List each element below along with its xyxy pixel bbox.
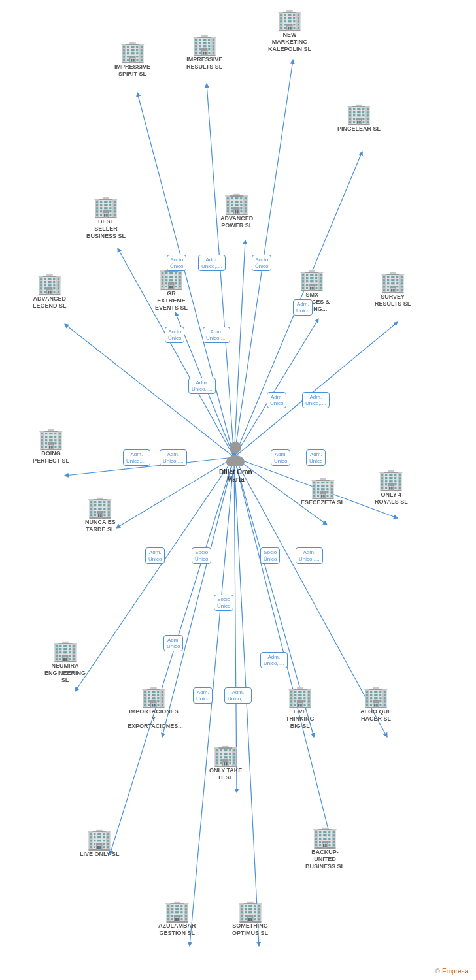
role-badge-socio-unico-lower3: SocioÚnico — [214, 595, 233, 611]
company-label: LIVETHINKINGBIG SL — [286, 708, 314, 729]
role-badge-socio-unico-1: SocioÚnico — [167, 255, 186, 271]
company-label: ONLY 4ROYALS SL — [375, 491, 408, 506]
node-algo-que-hacer: 🏢 ALGO QUEHACER SL — [360, 686, 392, 723]
node-only-take-it: 🏢 ONLY TAKEIT SL — [209, 745, 242, 781]
node-neumira: 🏢 NEUMIRAENGINEERINGSL — [44, 640, 86, 683]
node-importaciones: 🏢 IMPORTACIONESYEXPORTACIONES... — [128, 686, 180, 729]
node-esecezeta: 🏢 ESECEZETA SL — [301, 477, 345, 506]
node-great-extreme: 🏢 GREXTREMEEVENTS SL — [155, 268, 188, 311]
svg-line-18 — [234, 457, 237, 792]
role-badge-socio-unico-lower1: SocioÚnico — [192, 547, 211, 564]
role-badge-adm-unico-center1: Adm.Unico,.... — [123, 449, 150, 466]
company-label: GREXTREMEEVENTS SL — [155, 290, 188, 311]
center-person-node: Dillet GranMarta — [219, 440, 252, 483]
building-icon: 🏢 — [299, 269, 325, 290]
company-label: IMPRESSIVESPIRIT SL — [114, 63, 150, 78]
building-icon: 🏢 — [37, 273, 63, 294]
role-badge-adm-unico-lower5: Adm.Unico — [193, 687, 212, 704]
node-pincelear: 🏢 PINCELEAR SL — [337, 103, 381, 133]
building-icon: 🏢 — [310, 477, 336, 498]
building-icon: 🏢 — [380, 271, 406, 292]
node-doing-perfect: 🏢 DOINGPERFECT SL — [33, 428, 69, 465]
svg-point-24 — [226, 455, 245, 466]
role-badge-adm-unico-center4: Adm.Unico — [306, 449, 326, 466]
role-badge-socio-unico-lower2: SocioÚnico — [260, 547, 280, 564]
svg-line-5 — [234, 240, 245, 457]
node-something-optimus: 🏢 SOMETHINGOPTIMUS SL — [232, 900, 268, 937]
company-label: IMPORTACIONESYEXPORTACIONES... — [128, 708, 180, 729]
node-advanced-legend: 🏢 ADVANCEDLEGEND SL — [33, 273, 67, 310]
role-badge-adm-unico-center2: Adm.Unico,.... — [160, 449, 187, 466]
company-label: SURVEYRESULTS SL — [375, 293, 411, 308]
svg-line-19 — [110, 457, 234, 855]
node-impressive-results: 🏢 IMPRESSIVERESULTS SL — [186, 34, 222, 71]
role-badge-adm-unico-smx: Adm.Unico — [293, 299, 313, 316]
building-icon: 🏢 — [237, 900, 264, 921]
company-label: BESTSELLERBUSINESS SL — [86, 218, 126, 239]
building-icon: 🏢 — [212, 745, 239, 766]
node-live-thinking: 🏢 LIVETHINKINGBIG SL — [286, 686, 314, 729]
company-label: DOINGPERFECT SL — [33, 450, 69, 465]
role-badge-adm-unico-lower6: Adm.Unico,.... — [224, 687, 252, 704]
building-icon: 🏢 — [87, 497, 113, 517]
role-badge-adm-unico-lower1: Adm.Unico — [145, 547, 165, 564]
role-badge-adm-unico-1: Adm.Unico,.... — [198, 255, 226, 271]
building-icon: 🏢 — [224, 193, 250, 214]
svg-line-14 — [75, 457, 234, 691]
building-icon: 🏢 — [120, 41, 146, 62]
building-icon: 🏢 — [38, 428, 64, 449]
copyright-brand: Empresa — [442, 968, 468, 975]
company-label: ONLY TAKEIT SL — [209, 767, 242, 781]
role-badge-adm-unico-mid2: Adm.Unico — [267, 392, 286, 408]
node-survey-results: 🏢 SURVEYRESULTS SL — [375, 271, 411, 308]
company-label: ESECEZETA SL — [301, 499, 345, 506]
svg-point-23 — [230, 442, 241, 453]
building-icon: 🏢 — [52, 640, 78, 661]
building-icon: 🏢 — [277, 9, 303, 30]
node-best-seller: 🏢 BESTSELLERBUSINESS SL — [86, 196, 126, 239]
node-new-marketing: 🏢 NEWMARKETINGKALEPOLIN SL — [268, 9, 311, 52]
svg-line-11 — [116, 457, 234, 528]
node-backup-united: 🏢 BACKUP-UNITEDBUSINESS SL — [305, 826, 345, 870]
node-impressive-spirit: 🏢 IMPRESSIVESPIRIT SL — [114, 41, 150, 78]
svg-line-7 — [234, 319, 318, 457]
role-badge-adm-unico-center3: Adm.Unico — [271, 449, 290, 466]
building-icon: 🏢 — [164, 900, 190, 921]
building-icon-orange: 🏢 — [312, 826, 338, 847]
role-badge-adm-unico-lower3: Adm.Unico — [163, 635, 183, 651]
building-icon: 🏢 — [93, 196, 119, 217]
building-icon: 🏢 — [192, 34, 218, 55]
role-badge-adm-unico-mid1: Adm.Unico,.... — [188, 378, 216, 394]
role-badge-adm-unico-lower2: Adm.Unico,.... — [296, 547, 323, 564]
role-badge-adm-unico-mid3: Adm.Unico,.... — [302, 392, 330, 408]
building-icon: 🏢 — [141, 686, 167, 707]
role-badge-adm-unico-lower4: Adm.Unico,.... — [260, 652, 288, 668]
company-label: NEUMIRAENGINEERINGSL — [44, 662, 86, 683]
building-icon: 🏢 — [346, 103, 372, 124]
node-advanced-power: 🏢 ADVANCEDPOWER SL — [220, 193, 253, 229]
node-live-only: 🏢 LIVE ONLY SL — [80, 828, 120, 858]
company-label: PINCELEAR SL — [337, 125, 381, 133]
role-badge-socio-unico-extreme: SocioÚnico — [165, 327, 184, 343]
company-label: NEWMARKETINGKALEPOLIN SL — [268, 31, 311, 52]
company-label: ALGO QUEHACER SL — [360, 708, 392, 723]
node-azulambar: 🏢 AZULAMBARGESTION SL — [158, 900, 196, 937]
company-label: IMPRESSIVERESULTS SL — [186, 56, 222, 71]
company-label: ADVANCEDLEGEND SL — [33, 295, 67, 310]
role-badge-socio-unico-2: SocioÚnico — [252, 255, 271, 271]
person-icon — [224, 440, 247, 466]
company-label: AZULAMBARGESTION SL — [158, 923, 196, 937]
svg-line-20 — [234, 457, 332, 845]
person-name: Dillet GranMarta — [219, 468, 252, 483]
building-icon: 🏢 — [287, 686, 313, 707]
role-badge-adm-unico-extreme: Adm.Unico,.... — [203, 327, 230, 343]
copyright: © Empresa — [435, 968, 468, 975]
company-label: LIVE ONLY SL — [80, 851, 120, 858]
building-icon: 🏢 — [86, 828, 112, 849]
company-label: BACKUP-UNITEDBUSINESS SL — [305, 849, 345, 870]
svg-line-8 — [234, 322, 398, 457]
node-only4royals: 🏢 ONLY 4ROYALS SL — [375, 469, 408, 506]
company-label: NUNCA ESTARDE SL — [85, 519, 116, 533]
building-icon: 🏢 — [363, 686, 389, 707]
company-label: ADVANCEDPOWER SL — [220, 215, 253, 229]
